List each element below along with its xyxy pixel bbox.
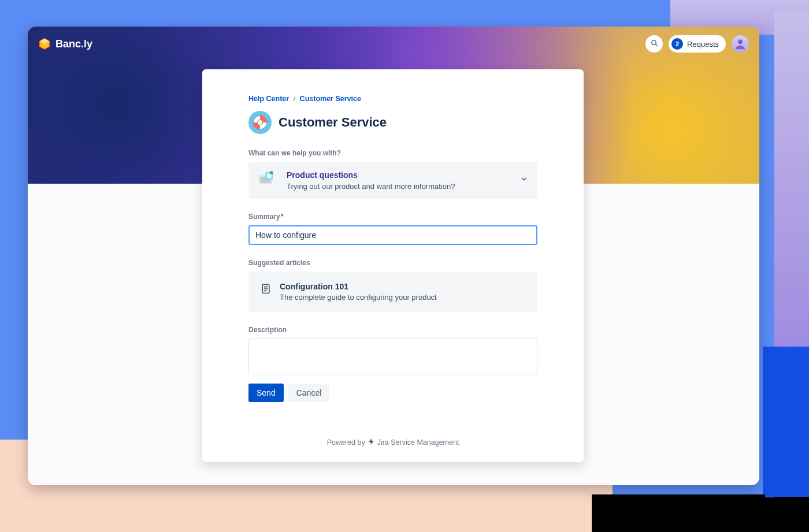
- help-label: What can we help you with?: [248, 149, 537, 157]
- button-row: Send Cancel: [248, 384, 537, 402]
- svg-line-3: [655, 44, 657, 46]
- breadcrumb-separator: /: [294, 95, 295, 103]
- article-icon: [260, 283, 272, 295]
- outer-blue-right: [763, 347, 809, 497]
- brand[interactable]: Banc.ly: [38, 38, 92, 50]
- breadcrumb-root[interactable]: Help Center: [248, 95, 289, 103]
- request-type-title: Product questions: [287, 170, 455, 180]
- svg-point-12: [270, 171, 273, 174]
- suggested-article-description: The complete guide to configuring your p…: [280, 293, 437, 302]
- page-title: Customer Service: [279, 115, 387, 130]
- suggested-articles-label: Suggested articles: [248, 259, 537, 267]
- search-button[interactable]: [645, 35, 663, 53]
- requests-button[interactable]: 2 Requests: [669, 35, 726, 53]
- summary-input[interactable]: [248, 225, 537, 245]
- brand-name: Banc.ly: [55, 38, 92, 50]
- top-right: 2 Requests: [645, 35, 749, 53]
- cancel-button[interactable]: Cancel: [288, 384, 330, 402]
- avatar-icon: [734, 38, 747, 53]
- description-label: Description: [248, 326, 537, 334]
- lifebuoy-icon: [248, 111, 272, 134]
- search-icon: [650, 39, 659, 50]
- svg-rect-11: [267, 174, 272, 178]
- outer-black-bottom: [613, 497, 809, 532]
- top-bar: Banc.ly 2 Requests: [28, 35, 759, 53]
- footer-prefix: Powered by: [327, 438, 365, 447]
- avatar[interactable]: [732, 35, 749, 53]
- chevron-down-icon: [520, 175, 528, 185]
- bolt-icon: [368, 438, 375, 447]
- page-title-row: Customer Service: [248, 111, 537, 134]
- breadcrumb-current[interactable]: Customer Service: [300, 95, 361, 103]
- suggested-article-title: Configuration 101: [280, 282, 437, 291]
- suggested-article[interactable]: Configuration 101 The complete guide to …: [248, 271, 537, 312]
- footer-product: Jira Service Management: [377, 438, 459, 447]
- request-type-icon: [258, 171, 277, 187]
- send-button[interactable]: Send: [248, 384, 284, 402]
- outer-lavender-right: [774, 12, 809, 358]
- svg-point-4: [738, 39, 743, 44]
- app-panel: Banc.ly 2 Requests Help Center / Custom: [28, 27, 759, 485]
- requests-label: Requests: [687, 40, 719, 49]
- request-card: Help Center / Customer Service Customer …: [202, 69, 584, 462]
- summary-label: Summary*: [248, 213, 537, 221]
- brand-logo-icon: [38, 38, 51, 50]
- breadcrumb: Help Center / Customer Service: [248, 95, 537, 103]
- description-input[interactable]: [248, 338, 537, 374]
- request-type-select[interactable]: Product questions Trying out our product…: [248, 162, 537, 199]
- svg-point-7: [257, 120, 262, 125]
- request-type-description: Trying out our product and want more inf…: [287, 182, 455, 191]
- requests-count-badge: 2: [671, 38, 683, 50]
- footer: Powered by Jira Service Management: [202, 438, 584, 447]
